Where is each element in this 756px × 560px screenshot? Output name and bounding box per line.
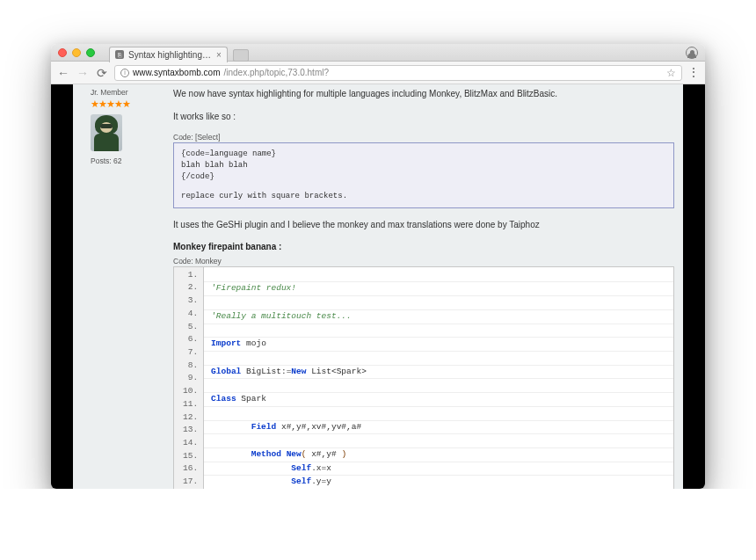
code-line: Method New( x#,y# ) [204, 448, 673, 462]
code-line: Self.y=y [204, 476, 673, 489]
code-line [204, 434, 673, 448]
line-number: 6. [183, 333, 198, 346]
line-number: 8. [183, 360, 198, 373]
url-host: www.syntaxbomb.com [133, 68, 220, 77]
code-line [204, 324, 673, 338]
line-number: 2. [183, 281, 198, 295]
window-minimize-button[interactable] [72, 48, 81, 57]
user-rank: Jr. Member [91, 88, 161, 97]
code-gutter: 1.2.3.4.5.6.7.8.9.10.11.12.13.14.15.16.1… [174, 267, 204, 489]
code-line: 'Really a multitouch test... [204, 310, 673, 324]
browser-toolbar: ← → ⟳ i www.syntaxbomb.com/index.php/top… [51, 62, 705, 84]
line-number: 15. [183, 450, 198, 463]
line-number: 13. [183, 424, 198, 437]
tab-close-icon[interactable]: × [216, 50, 222, 60]
browser-window: ⎘ Syntax highlighting now availa × ← → ⟳… [51, 44, 705, 489]
window-close-button[interactable] [58, 48, 67, 57]
intro-paragraph-2: It works like so : [173, 111, 674, 123]
line-number: 10. [183, 385, 198, 398]
browser-menu-icon[interactable]: ⋮ [687, 70, 700, 76]
code-line: {/code} [181, 171, 666, 183]
line-number: 4. [183, 308, 198, 321]
line-number: 11. [183, 398, 198, 411]
code-line [204, 379, 673, 393]
line-number: 7. [183, 346, 198, 360]
titlebar: ⎘ Syntax highlighting now availa × [51, 44, 705, 62]
user-avatar[interactable] [91, 114, 122, 151]
line-number: 5. [183, 321, 198, 334]
code-block-monkey: 1.2.3.4.5.6.7.8.9.10.11.12.13.14.15.16.1… [173, 266, 674, 489]
code-line: Class Spark [204, 393, 673, 407]
tab-title: Syntax highlighting now availa [128, 50, 212, 60]
forum-page: Jr. Member ★★★★★ Posts: 62 We now have s… [73, 84, 683, 489]
line-number: 3. [183, 295, 198, 308]
code-line [204, 407, 673, 421]
intro-paragraph-3: It uses the GeSHi plugin and I believe t… [173, 219, 674, 231]
line-number: 14. [183, 437, 198, 450]
code-line: {code=language name} [181, 149, 666, 160]
code-line: replace curly with square brackets. [181, 191, 666, 202]
line-number: 1. [183, 269, 198, 282]
user-stars: ★★★★★ [91, 98, 161, 110]
code-line [204, 296, 673, 310]
post-body: We now have syntax highlighting for mult… [161, 88, 674, 489]
user-sidebar: Jr. Member ★★★★★ Posts: 62 [91, 88, 161, 489]
line-number: 17. [183, 476, 198, 489]
code-line: 'Firepaint redux! [204, 282, 673, 296]
line-number: 12. [183, 411, 198, 425]
window-maximize-button[interactable] [86, 48, 95, 57]
tab-favicon: ⎘ [115, 50, 124, 59]
line-number: 9. [183, 372, 198, 385]
code-line [204, 352, 673, 366]
code-line: Self.x=x [204, 462, 673, 476]
code-line: Global BigList:=New List<Spark> [204, 366, 673, 380]
url-path: /index.php/topic,73.0.html? [223, 68, 329, 77]
user-post-count: Posts: 62 [91, 156, 161, 165]
intro-paragraph-1: We now have syntax highlighting for mult… [173, 88, 674, 100]
plain-code-example: {code=language name} blah blah blah {/co… [173, 142, 674, 208]
browser-tab[interactable]: ⎘ Syntax highlighting now availa × [109, 47, 228, 62]
code-line: Import mojo [204, 338, 673, 352]
line-number: 16. [183, 462, 198, 476]
forward-button[interactable]: → [76, 67, 90, 79]
code-line: blah blah blah [181, 160, 666, 171]
profile-icon[interactable] [686, 47, 698, 59]
back-button[interactable]: ← [56, 67, 70, 79]
code-lines: 'Firepaint redux! 'Really a multitouch t… [204, 267, 673, 489]
code-header-select[interactable]: Code: [Select] [173, 133, 674, 142]
code-line: Field x#,y#,xv#,yv#,a# [204, 421, 673, 435]
site-info-icon[interactable]: i [120, 69, 129, 77]
code-line [204, 269, 673, 283]
heading-monkey: Monkey firepaint banana : [173, 242, 674, 251]
reload-button[interactable]: ⟳ [95, 67, 109, 79]
code-header-monkey: Code: Monkey [173, 257, 674, 265]
bookmark-star-icon[interactable]: ☆ [666, 67, 676, 79]
new-tab-button[interactable] [233, 49, 249, 62]
browser-viewport: Jr. Member ★★★★★ Posts: 62 We now have s… [51, 84, 705, 489]
address-bar[interactable]: i www.syntaxbomb.com/index.php/topic,73.… [114, 65, 682, 81]
